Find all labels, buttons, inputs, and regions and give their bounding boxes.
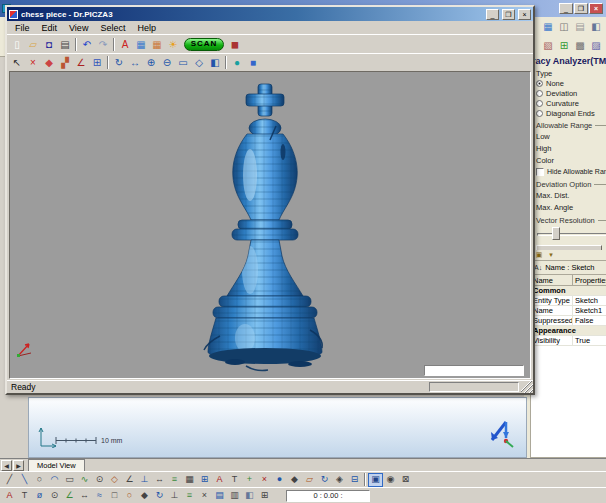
maximize-button[interactable]: ❐ <box>502 9 515 20</box>
polyline-tool-icon[interactable]: ╲ <box>17 473 32 487</box>
solid-tool-icon[interactable]: ◆ <box>287 473 302 487</box>
table-row-suppressed[interactable]: Suppressed False <box>531 316 606 326</box>
resize-grip[interactable] <box>521 381 533 393</box>
section-display-icon[interactable]: ◧ <box>588 19 604 34</box>
menu-edit[interactable]: Edit <box>36 23 64 33</box>
solid-cube-icon[interactable]: ■ <box>245 55 261 70</box>
pan-view-icon[interactable]: ↔ <box>127 55 143 70</box>
rect-tool-icon[interactable]: ▭ <box>62 473 77 487</box>
arc-tool-icon[interactable]: ◠ <box>47 473 62 487</box>
stop-icon[interactable]: ◼ <box>227 37 243 52</box>
collapse-tool-icon[interactable]: ⊟ <box>347 473 362 487</box>
column-header-properties[interactable]: Properties <box>573 275 606 285</box>
label-tool-icon[interactable]: T <box>227 473 242 487</box>
center-icon[interactable]: ⊙ <box>47 489 62 503</box>
column-header-name[interactable]: Name <box>531 275 573 285</box>
fill-red-icon[interactable]: ▞ <box>57 55 73 70</box>
annotate-icon[interactable]: A <box>2 489 17 503</box>
vector-resolution-slider[interactable] <box>536 226 606 241</box>
close-button[interactable]: × <box>518 9 531 20</box>
save-icon[interactable]: ◘ <box>41 37 57 52</box>
tab-model-view[interactable]: Model View <box>28 459 85 471</box>
table-row-visibility[interactable]: Visibility True <box>531 336 606 346</box>
palette-icon[interactable]: ▨ <box>588 38 604 53</box>
diamond-tool-icon[interactable]: ◈ <box>332 473 347 487</box>
tab-scroll-right-icon[interactable]: ▶ <box>13 460 24 471</box>
close-tool-icon[interactable]: × <box>197 489 212 503</box>
menu-select[interactable]: Select <box>94 23 131 33</box>
menu-file[interactable]: File <box>9 23 36 33</box>
properties-pin-icon[interactable]: ▾ <box>546 251 556 260</box>
type-option-deviation[interactable]: Deviation <box>536 88 606 98</box>
surface-table-icon[interactable]: ▦ <box>149 37 165 52</box>
measure-icon[interactable]: ∠ <box>73 55 89 70</box>
shadow-icon[interactable]: ▩ <box>572 38 588 53</box>
hatch-tool-icon[interactable]: ▦ <box>182 473 197 487</box>
text-icon[interactable]: T <box>17 489 32 503</box>
table-row-name[interactable]: Name Sketch1 <box>531 306 606 316</box>
wave-icon[interactable]: ≈ <box>92 489 107 503</box>
select-arrow-icon[interactable]: ↖ <box>9 55 25 70</box>
scan-3d-viewport[interactable] <box>9 71 531 379</box>
table-row-entity-type[interactable]: Entity Type Sketch <box>531 296 606 306</box>
plus-grid-icon[interactable]: ⊞ <box>257 489 272 503</box>
selected-tool-icon[interactable]: ▣ <box>368 473 383 487</box>
refresh-icon[interactable]: ↻ <box>152 489 167 503</box>
box-icon[interactable]: □ <box>107 489 122 503</box>
layers-icon[interactable]: ≡ <box>182 489 197 503</box>
new-file-icon[interactable]: ▯ <box>9 37 25 52</box>
open-folder-icon[interactable]: ▱ <box>25 37 41 52</box>
zoom-in-icon[interactable]: ⊕ <box>143 55 159 70</box>
view-front-icon[interactable]: ◇ <box>191 55 207 70</box>
mirror-tool-icon[interactable]: ↔ <box>152 473 167 487</box>
fill-tool-icon[interactable]: ● <box>272 473 287 487</box>
extra-tool-icon-1[interactable]: ◉ <box>383 473 398 487</box>
angle-tool-icon[interactable]: ∠ <box>122 473 137 487</box>
spline-tool-icon[interactable]: ∿ <box>77 473 92 487</box>
scan-button[interactable]: SCAN <box>184 38 224 51</box>
extra-tool-icon-2[interactable]: ⊠ <box>398 473 413 487</box>
delete-tool-icon[interactable]: × <box>257 473 272 487</box>
trapezoid-tool-icon[interactable]: ▱ <box>302 473 317 487</box>
horizontal-icon[interactable]: ↔ <box>77 489 92 503</box>
sort-az-icon[interactable]: A↓ <box>534 264 542 271</box>
type-option-curvature[interactable]: Curvature <box>536 98 606 108</box>
undo-icon[interactable]: ↶ <box>79 37 95 52</box>
diameter-icon[interactable]: ø <box>32 489 47 503</box>
offset-tool-icon[interactable]: ≡ <box>167 473 182 487</box>
render-sphere-icon[interactable]: ● <box>229 55 245 70</box>
zoom-fit-icon[interactable]: ▭ <box>175 55 191 70</box>
zoom-out-icon[interactable]: ⊖ <box>159 55 175 70</box>
point-tool-icon[interactable]: ⊙ <box>92 473 107 487</box>
perp-icon[interactable]: ⊥ <box>167 489 182 503</box>
erase-icon[interactable]: ◆ <box>41 55 57 70</box>
circle-tool-icon[interactable]: ○ <box>32 473 47 487</box>
add-tool-icon[interactable]: + <box>242 473 257 487</box>
snap-icon[interactable]: ⊞ <box>556 38 572 53</box>
grid-display-icon[interactable]: ▤ <box>572 19 588 34</box>
tab-scroll-left-icon[interactable]: ◀ <box>1 460 12 471</box>
background-maximize-button[interactable]: ❐ <box>574 3 588 14</box>
menu-view[interactable]: View <box>63 23 94 33</box>
polygon-tool-icon[interactable]: ◇ <box>107 473 122 487</box>
background-model-viewport[interactable]: 10 mm <box>28 397 527 458</box>
window-titlebar[interactable]: chess piece - Dr.PICZA3 _ ❐ × <box>7 7 533 21</box>
grid-tool-icon[interactable]: ⊞ <box>197 473 212 487</box>
line-tool-icon[interactable]: ╱ <box>2 473 17 487</box>
background-close-button[interactable]: × <box>589 3 603 14</box>
table-icon[interactable]: ▤ <box>212 489 227 503</box>
panel-icon[interactable]: ▥ <box>227 489 242 503</box>
cut-red-icon[interactable]: × <box>25 55 41 70</box>
menu-help[interactable]: Help <box>131 23 162 33</box>
redo-icon[interactable]: ↷ <box>95 37 111 52</box>
properties-grid-icon[interactable]: ▣ <box>534 251 544 260</box>
layer-icon[interactable]: ▧ <box>540 38 556 53</box>
hide-allowable-range-row[interactable]: Hide Allowable Range <box>536 166 606 177</box>
minimize-button[interactable]: _ <box>486 9 499 20</box>
rotate-tool-icon[interactable]: ↻ <box>317 473 332 487</box>
angle-icon[interactable]: ∠ <box>62 489 77 503</box>
slider-thumb[interactable] <box>552 227 560 240</box>
shade-display-icon[interactable]: ◫ <box>556 19 572 34</box>
rotate-view-icon[interactable]: ↻ <box>111 55 127 70</box>
half-icon[interactable]: ◧ <box>242 489 257 503</box>
